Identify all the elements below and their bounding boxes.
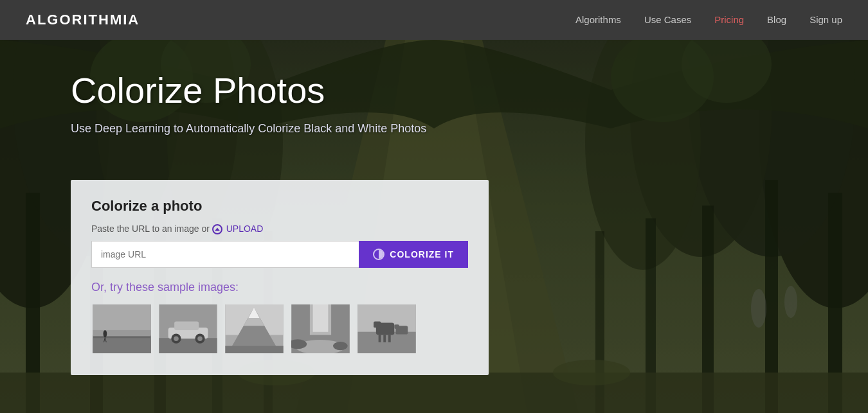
svg-rect-39 <box>159 338 217 354</box>
svg-rect-63 <box>374 322 381 328</box>
upload-icon <box>212 224 222 234</box>
card-title: Colorize a photo <box>91 198 468 215</box>
svg-rect-32 <box>93 338 150 354</box>
sample-images <box>91 303 468 355</box>
svg-rect-61 <box>357 332 415 353</box>
sample-image-2[interactable] <box>158 303 219 355</box>
upload-link[interactable]: UPLOAD <box>226 224 264 234</box>
nav-links: Algorithms Use Cases Pricing Blog Sign u… <box>575 14 842 26</box>
input-row: COLORIZE IT <box>91 241 468 268</box>
paste-label: Paste the URL to an image or UPLOAD <box>91 224 468 234</box>
svg-point-43 <box>174 337 179 342</box>
sample-image-4[interactable] <box>290 303 351 355</box>
navbar: ALGORITHMIA Algorithms Use Cases Pricing… <box>0 0 868 40</box>
colorize-card: Colorize a photo Paste the URL to an ima… <box>71 180 489 375</box>
svg-rect-55 <box>313 304 329 332</box>
sample-label: Or, try these sample images: <box>91 281 468 294</box>
svg-rect-64 <box>379 335 381 342</box>
colorize-button[interactable]: COLORIZE IT <box>359 241 468 268</box>
colorize-button-label: COLORIZE IT <box>390 249 454 259</box>
svg-rect-66 <box>388 335 391 342</box>
nav-blog[interactable]: Blog <box>767 14 786 25</box>
logo[interactable]: ALGORITHMIA <box>26 12 140 28</box>
svg-point-45 <box>197 337 203 342</box>
nav-use-cases[interactable]: Use Cases <box>644 14 691 25</box>
svg-rect-41 <box>174 322 199 330</box>
nav-algorithms[interactable]: Algorithms <box>575 14 621 25</box>
svg-rect-51 <box>225 346 283 353</box>
hero-subtitle: Use Deep Learning to Automatically Color… <box>71 121 426 137</box>
svg-point-58 <box>333 342 348 350</box>
sample-image-3[interactable] <box>224 303 285 355</box>
svg-point-35 <box>104 330 107 337</box>
image-url-input[interactable] <box>91 241 359 268</box>
sample-image-1[interactable] <box>91 303 152 355</box>
svg-rect-68 <box>394 325 399 330</box>
hero-title: Colorize Photos <box>71 71 426 110</box>
hero-text: Colorize Photos Use Deep Learning to Aut… <box>71 71 426 137</box>
nav-signup[interactable]: Sign up <box>809 14 842 25</box>
svg-rect-34 <box>93 330 150 337</box>
nav-pricing[interactable]: Pricing <box>714 14 744 25</box>
colorize-icon <box>373 249 384 260</box>
sample-image-5[interactable] <box>356 303 417 355</box>
svg-rect-65 <box>383 335 386 342</box>
